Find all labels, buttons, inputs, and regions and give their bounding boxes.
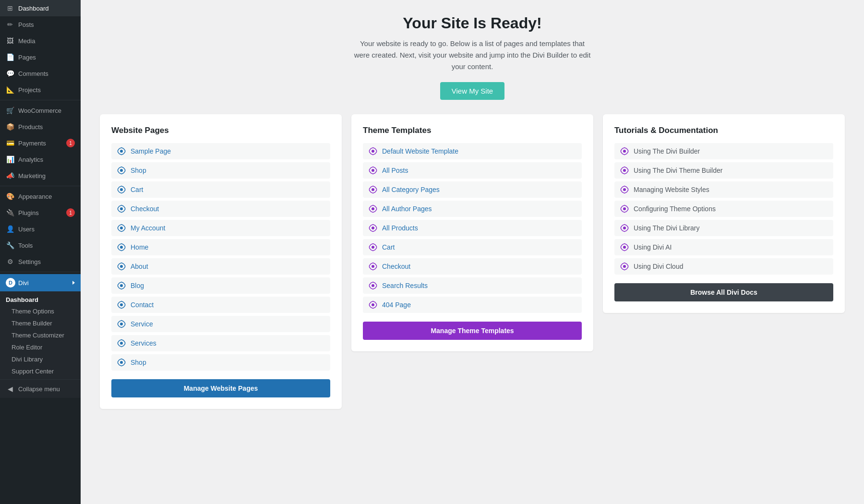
sidebar-item-pages[interactable]: 📄 Pages [0,49,81,65]
analytics-icon: 📊 [6,155,14,164]
website-page-item[interactable]: Sample Page [111,143,330,159]
theme-template-item[interactable]: All Category Pages [363,181,582,198]
sidebar: ⊞ Dashboard ✏ Posts 🖼 Media 📄 Pages 💬 Co… [0,0,81,504]
page-icon [117,300,126,309]
svg-point-19 [372,284,374,287]
plugins-badge: 1 [66,208,75,217]
website-page-item[interactable]: About [111,258,330,275]
sidebar-item-tools[interactable]: 🔧 Tools [0,237,81,253]
sidebar-divider-2 [0,186,81,186]
sidebar-item-appearance[interactable]: 🎨 Appearance [0,188,81,204]
sidebar-item-users[interactable]: 👤 Users [0,221,81,237]
page-icon [117,147,126,156]
divi-label: Divi [18,279,29,287]
svg-point-15 [372,207,374,210]
sidebar-item-label: Analytics [18,156,43,163]
sidebar-item-comments[interactable]: 💬 Comments [0,65,81,82]
payments-icon: 💳 [6,139,14,147]
tutorial-item[interactable]: Using The Divi Theme Builder [614,162,833,179]
products-icon: 📦 [6,122,14,131]
sidebar-item-label: WooCommerce [18,107,61,114]
sidebar-item-label: Payments [18,140,46,147]
website-page-item[interactable]: Checkout [111,201,330,217]
sidebar-subitem-theme-customizer[interactable]: Theme Customizer [0,329,81,341]
sidebar-item-payments[interactable]: 💳 Payments 1 [0,135,81,151]
sidebar-item-label: Projects [18,86,41,94]
template-icon [369,281,377,290]
theme-template-item[interactable]: 404 Page [363,297,582,313]
website-page-item[interactable]: Service [111,316,330,332]
theme-template-item[interactable]: All Products [363,220,582,236]
theme-template-item[interactable]: Checkout [363,258,582,275]
website-page-item[interactable]: Cart [111,181,330,198]
website-page-item[interactable]: My Account [111,220,330,236]
sidebar-item-marketing[interactable]: 📣 Marketing [0,168,81,184]
sidebar-item-settings[interactable]: ⚙ Settings [0,253,81,270]
page-icon [117,320,126,328]
svg-point-27 [623,265,626,268]
view-site-button[interactable]: View My Site [440,82,504,100]
theme-template-item[interactable]: All Author Pages [363,201,582,217]
sidebar-item-divi[interactable]: D Divi [0,274,81,291]
website-page-item[interactable]: Shop [111,354,330,371]
svg-point-23 [623,188,626,191]
sidebar-item-label: Pages [18,54,36,61]
page-icon [117,339,126,348]
template-icon [369,204,377,213]
tutorial-item[interactable]: Using Divi Cloud [614,258,833,275]
tutorials-card: Tutorials & Documentation Using The Divi… [603,114,845,313]
tutorial-item[interactable]: Managing Website Styles [614,181,833,198]
page-icon [117,243,126,252]
browse-docs-button[interactable]: Browse All Divi Docs [614,283,833,301]
page-icon [117,224,126,232]
sidebar-item-posts[interactable]: ✏ Posts [0,16,81,33]
website-page-item[interactable]: Services [111,335,330,351]
svg-point-12 [372,150,374,153]
sidebar-item-label: Posts [18,21,34,28]
svg-point-21 [623,150,626,153]
sidebar-item-media[interactable]: 🖼 Media [0,33,81,49]
tutorial-icon [620,185,629,194]
tutorial-item[interactable]: Configuring Theme Options [614,201,833,217]
sidebar-collapse-menu[interactable]: ◀ Collapse menu [0,382,81,396]
theme-template-item[interactable]: Search Results [363,277,582,294]
website-page-item[interactable]: Home [111,239,330,255]
hero-title: Your Site Is Ready! [100,14,845,32]
manage-theme-templates-button[interactable]: Manage Theme Templates [363,322,582,340]
page-icon [117,166,126,175]
sidebar-subitem-theme-options[interactable]: Theme Options [0,305,81,317]
sidebar-item-plugins[interactable]: 🔌 Plugins 1 [0,204,81,221]
dashboard-icon: ⊞ [6,4,14,12]
sidebar-item-woocommerce[interactable]: 🛒 WooCommerce [0,102,81,119]
tutorial-item[interactable]: Using The Divi Library [614,220,833,236]
website-page-item[interactable]: Contact [111,297,330,313]
sidebar-subitem-divi-library[interactable]: Divi Library [0,353,81,365]
sidebar-divider [0,100,81,100]
svg-point-0 [120,150,123,153]
collapse-icon: ◀ [6,384,14,393]
tutorial-icon [620,224,629,232]
sidebar-item-products[interactable]: 📦 Products [0,119,81,135]
sidebar-item-analytics[interactable]: 📊 Analytics [0,151,81,168]
template-icon [369,300,377,309]
tutorials-list: Using The Divi Builder Using The Divi Th… [614,143,833,275]
website-page-item[interactable]: Shop [111,162,330,179]
theme-template-item[interactable]: Cart [363,239,582,255]
sidebar-item-label: Plugins [18,209,39,216]
website-page-item[interactable]: Blog [111,277,330,294]
tutorial-item[interactable]: Using Divi AI [614,239,833,255]
theme-template-item[interactable]: Default Website Template [363,143,582,159]
svg-point-2 [120,188,123,191]
tutorial-icon [620,204,629,213]
manage-website-pages-button[interactable]: Manage Website Pages [111,379,330,397]
theme-template-item[interactable]: All Posts [363,162,582,179]
sidebar-subitem-theme-builder[interactable]: Theme Builder [0,317,81,329]
sidebar-item-projects[interactable]: 📐 Projects [0,82,81,98]
divi-submenu-title: Dashboard [0,293,81,305]
sidebar-subitem-support-center[interactable]: Support Center [0,365,81,377]
tutorial-item[interactable]: Using The Divi Builder [614,143,833,159]
sidebar-item-dashboard[interactable]: ⊞ Dashboard [0,0,81,16]
website-pages-title: Website Pages [111,126,330,135]
sidebar-subitem-role-editor[interactable]: Role Editor [0,341,81,353]
svg-point-1 [120,169,123,172]
